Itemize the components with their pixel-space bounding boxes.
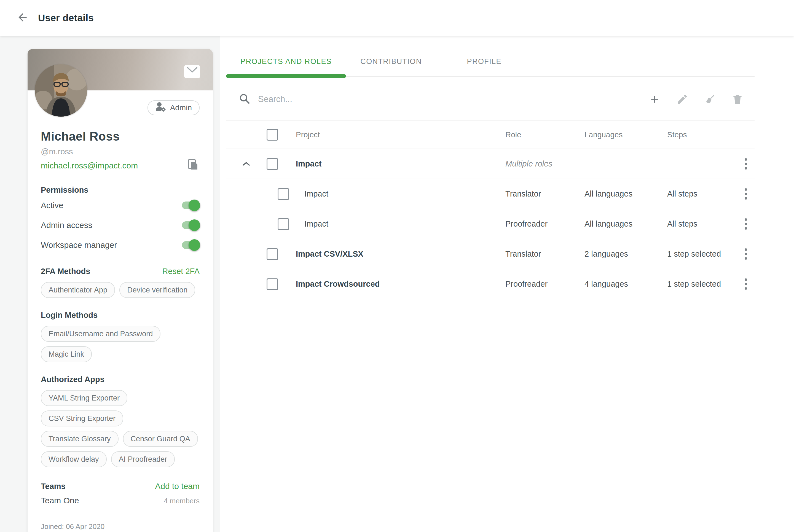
steps-cell: All steps [667, 220, 737, 229]
kebab-menu-icon [745, 188, 747, 191]
project-name: Impact Crowdsourced [296, 280, 505, 289]
authorized-apps-heading: Authorized Apps [41, 375, 200, 384]
admin-role-badge: Admin [148, 100, 200, 115]
top-bar: User details [0, 0, 794, 36]
steps-cell: 1 step selected [667, 280, 737, 289]
column-header-project: Project [296, 130, 505, 139]
select-all-checkbox[interactable] [267, 129, 278, 140]
clean-button[interactable] [704, 93, 716, 105]
steps-cell: 1 step selected [667, 249, 737, 259]
kebab-menu-icon [745, 279, 747, 281]
delete-button[interactable] [732, 93, 743, 105]
languages-cell: All languages [584, 220, 667, 229]
twofa-heading: 2FA Methods [41, 267, 90, 276]
languages-cell: 4 languages [584, 280, 667, 289]
column-header-languages: Languages [584, 130, 667, 139]
row-checkbox[interactable] [278, 188, 289, 200]
authorized-app-chip: CSV String Exporter [41, 411, 123, 426]
row-menu-button[interactable] [737, 215, 755, 232]
search-input[interactable] [258, 94, 507, 104]
authorized-app-chip: AI Proofreader [111, 451, 175, 467]
avatar [35, 64, 87, 117]
team-list-item: Team One 4 members [41, 496, 200, 505]
authorized-app-chip: Translate Glossary [41, 431, 118, 447]
copy-email-button[interactable] [187, 158, 200, 173]
toggle-label: Admin access [41, 221, 92, 230]
permission-toggle[interactable] [182, 221, 200, 229]
user-handle: @m.ross [41, 147, 200, 156]
login-method-chip: Magic Link [41, 346, 92, 362]
languages-cell: 2 languages [584, 249, 667, 259]
login-method-chip: Email/Username and Password [41, 326, 160, 342]
toggle-row-admin-access: Admin access [41, 216, 200, 234]
kebab-menu-icon [745, 158, 747, 161]
tab-contribution[interactable]: CONTRIBUTION [346, 50, 436, 73]
back-arrow-icon [17, 11, 29, 24]
row-checkbox[interactable] [278, 218, 289, 230]
search-icon [226, 93, 250, 106]
twofa-method-chip: Device verification [119, 282, 195, 298]
user-details-page: User details [0, 0, 794, 532]
toggle-knob [189, 200, 200, 211]
column-header-role: Role [505, 130, 584, 139]
kebab-menu-icon [745, 248, 747, 251]
row-checkbox[interactable] [267, 158, 278, 170]
steps-cell: All steps [667, 189, 737, 198]
role-cell: Proofreader [505, 220, 584, 229]
row-menu-button[interactable] [737, 276, 755, 292]
role-cell: Translator [505, 189, 584, 198]
table-header: Project Role Languages Steps [226, 121, 755, 149]
tab-profile[interactable]: PROFILE [453, 50, 516, 73]
tab-projects-and-roles[interactable]: PROJECTS AND ROLES [226, 50, 346, 73]
project-name: Impact [296, 159, 505, 168]
teams-heading: Teams [41, 482, 65, 491]
user-meta: Joined: 06 Apr 2020 Last activity: 3 day… [41, 521, 200, 532]
meta-joined: Joined: 06 Apr 2020 [41, 521, 200, 532]
row-checkbox[interactable] [267, 248, 278, 260]
team-name: Team One [41, 496, 79, 505]
copy-icon [187, 158, 200, 173]
send-email-button[interactable] [184, 65, 200, 78]
row-checkbox[interactable] [267, 279, 278, 290]
kebab-menu-icon [745, 218, 747, 221]
tab-bar: PROJECTS AND ROLES CONTRIBUTION PROFILE [226, 50, 755, 78]
table-row: Impact Translator All languages All step… [226, 179, 755, 209]
login-methods-heading: Login Methods [41, 311, 200, 320]
authorized-app-chip: Censor Guard QA [123, 431, 198, 447]
role-cell: Multiple roles [505, 159, 667, 168]
main-content: PROJECTS AND ROLES CONTRIBUTION PROFILE [226, 50, 755, 299]
toggle-knob [189, 239, 200, 251]
role-cell: Translator [505, 249, 584, 259]
project-name: Impact [296, 189, 505, 198]
authorized-app-chip: YAML String Exporter [41, 390, 127, 406]
toggle-row-workspace-manager: Workspace manager [41, 236, 200, 254]
table-row: Impact CSV/XLSX Translator 2 languages 1… [226, 239, 755, 269]
table-row-group: Impact Multiple roles [226, 149, 755, 179]
add-button[interactable] [649, 93, 661, 105]
permission-toggle[interactable] [182, 202, 200, 209]
project-name: Impact [296, 220, 505, 229]
user-profile-card: Admin Michael Ross @m.ross michael.ross@… [27, 49, 213, 532]
admin-user-icon [155, 102, 166, 114]
permission-toggle[interactable] [182, 241, 200, 249]
role-cell: Proofreader [505, 280, 584, 289]
add-to-team-link[interactable]: Add to team [155, 481, 200, 491]
toggle-knob [189, 220, 200, 231]
row-menu-button[interactable] [737, 186, 755, 202]
table-toolbar [226, 78, 755, 121]
chevron-up-icon [242, 159, 250, 168]
twofa-method-chip: Authenticator App [41, 282, 115, 298]
table-row: Impact Proofreader All languages All ste… [226, 209, 755, 239]
table-row: Impact Crowdsourced Proofreader 4 langua… [226, 269, 755, 299]
toggle-label: Active [41, 201, 63, 210]
user-email-link[interactable]: michael.ross@impact.com [41, 161, 138, 170]
edit-button[interactable] [676, 93, 688, 105]
project-name: Impact CSV/XLSX [296, 249, 505, 259]
collapse-group-button[interactable] [242, 159, 250, 168]
toggle-row-active: Active [41, 196, 200, 214]
row-menu-button[interactable] [737, 155, 755, 172]
row-menu-button[interactable] [737, 246, 755, 262]
reset-2fa-link[interactable]: Reset 2FA [163, 267, 200, 276]
column-header-steps: Steps [667, 130, 737, 139]
back-button[interactable] [16, 11, 29, 24]
